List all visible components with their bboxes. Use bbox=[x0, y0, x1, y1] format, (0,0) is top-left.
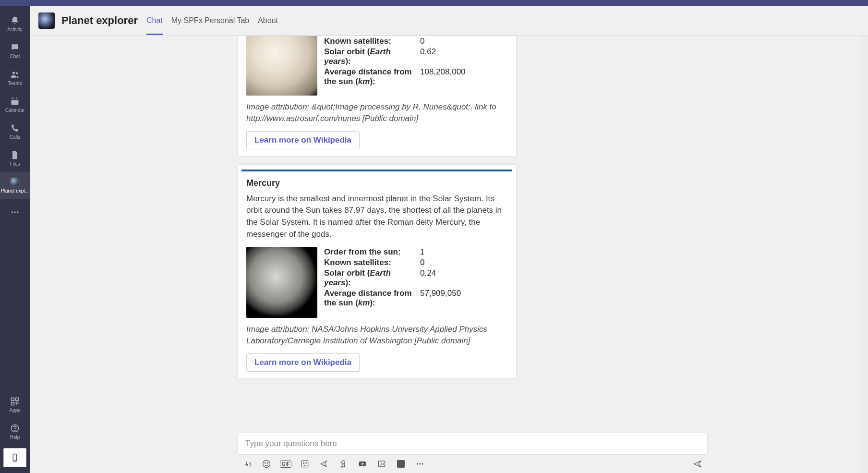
learn-more-button[interactable]: Learn more on Wikipedia bbox=[246, 131, 360, 149]
fact-label: Order from the sun: bbox=[324, 247, 401, 256]
praise-icon[interactable] bbox=[338, 459, 349, 469]
rail-label: Help bbox=[10, 435, 20, 440]
svg-point-0 bbox=[12, 72, 15, 74]
svg-point-16 bbox=[263, 461, 270, 468]
rail-help[interactable]: Help bbox=[0, 418, 30, 445]
svg-point-13 bbox=[14, 430, 15, 431]
svg-rect-3 bbox=[12, 98, 19, 100]
image-attribution: Image attribution: &quot;Image processin… bbox=[246, 101, 507, 124]
fact-value: 0 bbox=[420, 257, 461, 268]
tab-chat[interactable]: Chat bbox=[146, 6, 163, 35]
share-icon[interactable] bbox=[319, 459, 329, 469]
rail-chat[interactable]: Chat bbox=[0, 37, 30, 64]
fact-value: 57,909,050 bbox=[420, 288, 461, 308]
app-square-icon[interactable] bbox=[396, 459, 406, 469]
svg-point-20 bbox=[303, 463, 304, 464]
gif-icon[interactable]: GIF bbox=[280, 459, 291, 469]
learn-more-button[interactable]: Learn more on Wikipedia bbox=[246, 353, 360, 372]
app-header: Planet explorer Chat My SPFx Personal Ta… bbox=[30, 6, 868, 36]
planet-facts: Order from the sun: 1 Known satellites: … bbox=[324, 247, 461, 318]
format-icon[interactable] bbox=[242, 459, 253, 469]
more-icon bbox=[10, 207, 20, 217]
fact-value: 0.62 bbox=[420, 47, 466, 67]
fact-label: Solar orbit ( bbox=[324, 268, 370, 278]
mobile-icon bbox=[11, 453, 19, 462]
svg-point-27 bbox=[420, 463, 421, 465]
rail-calls[interactable]: Calls bbox=[0, 118, 30, 145]
svg-rect-10 bbox=[16, 398, 19, 401]
rail-label: Apps bbox=[10, 408, 21, 413]
svg-point-1 bbox=[16, 72, 18, 74]
chart-icon[interactable] bbox=[376, 459, 387, 469]
rail-label: Chat bbox=[10, 54, 20, 59]
send-icon[interactable] bbox=[692, 459, 703, 469]
chat-messages: Known satellites: 0 Solar orbit (Earth y… bbox=[30, 36, 868, 433]
fact-label: ): bbox=[370, 77, 375, 86]
svg-rect-5 bbox=[16, 97, 17, 99]
rail-label: Files bbox=[10, 161, 20, 167]
image-attribution: Image attribution: NASA/Johns Hopkins Un… bbox=[246, 324, 507, 347]
svg-rect-9 bbox=[12, 398, 14, 401]
more-actions-icon[interactable] bbox=[415, 459, 425, 469]
rail-label: Calendar bbox=[5, 108, 25, 113]
planet-card-venus: Known satellites: 0 Solar orbit (Earth y… bbox=[237, 36, 517, 157]
svg-point-28 bbox=[422, 463, 423, 465]
planet-title: Mercury bbox=[246, 178, 507, 188]
calendar-icon bbox=[10, 97, 20, 106]
tab-about[interactable]: About bbox=[258, 6, 278, 35]
svg-rect-4 bbox=[12, 97, 13, 99]
planet-app-icon bbox=[10, 177, 20, 187]
fact-value: 108,208,000 bbox=[420, 67, 466, 87]
svg-point-7 bbox=[14, 211, 15, 213]
rail-teams[interactable]: Teams bbox=[0, 64, 30, 91]
rail-apps[interactable]: Apps bbox=[0, 391, 30, 418]
svg-rect-11 bbox=[12, 402, 14, 405]
sticker-icon[interactable] bbox=[300, 459, 310, 469]
fact-label: Solar orbit ( bbox=[324, 47, 370, 56]
input-placeholder: Type your questions here bbox=[245, 439, 337, 448]
rail-more[interactable] bbox=[0, 199, 30, 226]
rail-label: Activity bbox=[7, 27, 23, 32]
title-bar bbox=[0, 0, 868, 6]
apps-icon bbox=[10, 397, 20, 406]
bell-icon bbox=[10, 16, 20, 25]
planet-facts: Known satellites: 0 Solar orbit (Earth y… bbox=[324, 36, 466, 96]
fact-value: 1 bbox=[420, 247, 461, 257]
help-icon bbox=[10, 424, 20, 433]
scrollbar[interactable] bbox=[860, 36, 868, 473]
app-logo bbox=[38, 12, 55, 29]
tab-spfx[interactable]: My SPFx Personal Tab bbox=[171, 6, 249, 35]
emoji-icon[interactable] bbox=[261, 459, 272, 469]
fact-label: ): bbox=[370, 298, 375, 307]
people-icon bbox=[10, 70, 20, 79]
svg-point-18 bbox=[267, 463, 268, 464]
svg-point-21 bbox=[306, 463, 307, 464]
planet-image-venus bbox=[246, 36, 317, 96]
rail-files[interactable]: Files bbox=[0, 145, 30, 172]
planet-card-mercury: Mercury Mercury is the smallest and inne… bbox=[237, 164, 517, 379]
svg-point-8 bbox=[17, 211, 18, 213]
rail-activity[interactable]: Activity bbox=[0, 11, 30, 37]
tab-bar: Chat My SPFx Personal Tab About bbox=[146, 6, 278, 35]
rail-label: Calls bbox=[10, 134, 20, 140]
compose-area: Type your questions here GIF bbox=[30, 433, 868, 473]
svg-point-22 bbox=[342, 461, 345, 464]
planet-image-mercury bbox=[246, 247, 317, 318]
rail-label: Teams bbox=[8, 81, 22, 86]
rail-calendar[interactable]: Calendar bbox=[0, 91, 30, 118]
fact-label: Known satellites: bbox=[324, 36, 391, 46]
phone-icon bbox=[10, 123, 20, 133]
svg-rect-19 bbox=[301, 461, 308, 467]
fact-unit: km bbox=[358, 77, 370, 86]
rail-mobile-button[interactable] bbox=[3, 448, 26, 467]
rail-label: Planet expl... bbox=[1, 188, 29, 194]
app-title: Planet explorer bbox=[61, 14, 138, 27]
fact-value: 0.24 bbox=[420, 268, 461, 288]
fact-label: ): bbox=[345, 57, 350, 66]
rail-planet-explorer[interactable]: Planet expl... bbox=[0, 172, 30, 199]
svg-point-17 bbox=[265, 463, 266, 464]
file-icon bbox=[10, 150, 20, 160]
message-input[interactable]: Type your questions here bbox=[237, 433, 708, 455]
stream-icon[interactable] bbox=[357, 459, 368, 469]
planet-description: Mercury is the smallest and innermost pl… bbox=[246, 193, 507, 241]
